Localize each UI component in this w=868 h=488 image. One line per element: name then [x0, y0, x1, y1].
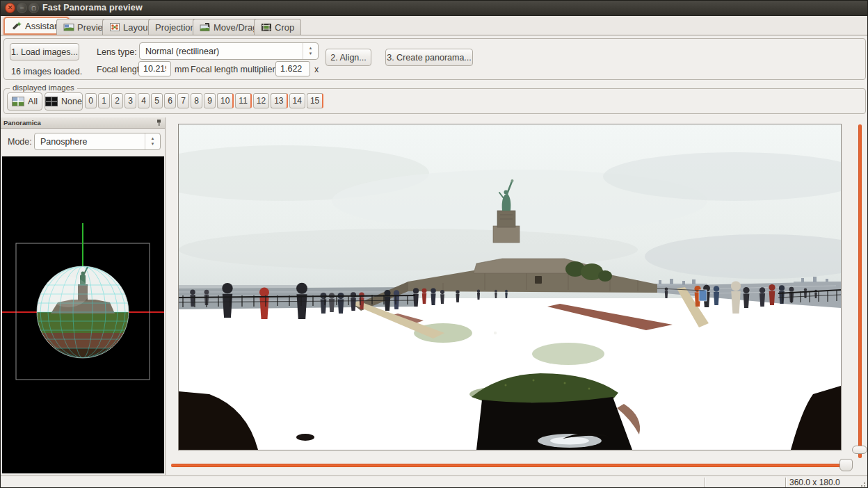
crop-icon: [261, 22, 272, 33]
image-toggle-button-6[interactable]: 6: [164, 93, 176, 108]
assistant-icon: [11, 20, 22, 31]
image-toggle-button-1[interactable]: 1: [98, 93, 110, 108]
image-toggle-button-5[interactable]: 5: [151, 93, 163, 108]
focal-length-unit: mm: [175, 65, 189, 74]
panosphere-preview[interactable]: [2, 156, 164, 473]
image-toggle-button-2[interactable]: 2: [111, 93, 123, 108]
status-separator: [705, 478, 705, 488]
focal-multiplier-unit: x: [314, 65, 319, 74]
panel-header: Panoramica: [1, 117, 165, 129]
black-grid-icon: [45, 97, 58, 106]
panorama-preview-image: [179, 124, 841, 450]
status-separator: [785, 478, 786, 488]
close-icon[interactable]: ✕: [5, 3, 15, 13]
images-loaded-label: 16 images loaded.: [11, 67, 82, 76]
tab-crop[interactable]: Crop: [254, 19, 301, 35]
lens-type-combo[interactable]: Normal (rectilinear) ▲▼: [139, 42, 319, 60]
mode-combo[interactable]: Panosphere ▲▼: [34, 133, 161, 150]
image-toggle-button-0[interactable]: 0: [85, 93, 97, 108]
image-toggle-button-8[interactable]: 8: [191, 93, 202, 108]
focal-length-input[interactable]: [138, 61, 171, 76]
image-toggle-button-10[interactable]: 10: [217, 93, 234, 108]
status-bar: 360.0 x 180.0: [1, 475, 867, 488]
resize-grip-icon[interactable]: [859, 480, 866, 487]
show-none-button[interactable]: None: [45, 92, 83, 111]
displayed-images-legend: displayed images: [10, 83, 77, 92]
image-toggle-button-4[interactable]: 4: [138, 93, 150, 108]
mode-row: Mode: Panosphere ▲▼: [1, 129, 165, 156]
panorama-size-status: 360.0 x 180.0: [789, 478, 840, 487]
lens-type-value: Normal (rectilinear): [140, 47, 303, 56]
landscape-icon: [12, 97, 24, 106]
focal-multiplier-input[interactable]: [275, 61, 310, 76]
pin-icon[interactable]: [156, 119, 162, 127]
displayed-images-group: displayed images All None 01234567891011…: [3, 88, 866, 114]
assistant-toolbar-group: 1. Load images... 16 images loaded. Lens…: [3, 38, 866, 80]
image-toggle-list: 0123456789101112131415: [85, 93, 323, 108]
vertical-slider-handle[interactable]: [852, 446, 867, 454]
tab-label: Move/Drag: [214, 22, 258, 33]
focal-multiplier-label: Focal length multiplier:: [191, 65, 278, 74]
titlebar: ✕ – ▢ Fast Panorama preview: [1, 1, 867, 16]
mode-label: Mode:: [8, 137, 32, 147]
lens-type-label: Lens type:: [97, 47, 137, 57]
image-toggle-button-14[interactable]: 14: [289, 93, 305, 108]
image-toggle-button-11[interactable]: 11: [235, 93, 251, 108]
mode-value: Panosphere: [35, 137, 145, 147]
image-toggle-button-13[interactable]: 13: [271, 93, 287, 108]
horizontal-view-slider[interactable]: [171, 464, 853, 467]
tab-label: Layout: [123, 22, 150, 33]
none-label: None: [61, 97, 82, 106]
image-toggle-button-7[interactable]: 7: [177, 93, 189, 108]
show-all-button[interactable]: All: [7, 92, 42, 111]
create-panorama-button[interactable]: 3. Create panorama...: [385, 49, 473, 66]
panorama-canvas[interactable]: [178, 124, 842, 450]
panosphere-image: [2, 156, 164, 473]
load-images-button[interactable]: 1. Load images...: [10, 43, 79, 60]
panoramica-panel: Panoramica Mode: Panosphere ▲▼: [1, 117, 166, 475]
tab-label: Projection: [155, 22, 195, 33]
maximize-icon[interactable]: ▢: [29, 3, 39, 13]
image-toggle-button-12[interactable]: 12: [253, 93, 269, 108]
minimize-icon[interactable]: –: [17, 3, 27, 13]
tab-label: Crop: [275, 22, 294, 33]
horizontal-slider-handle[interactable]: [839, 459, 853, 471]
spinner-arrows-icon[interactable]: ▲▼: [145, 133, 160, 149]
preview-icon: [63, 22, 74, 33]
vertical-view-slider[interactable]: [858, 124, 862, 458]
move-drag-icon: [200, 22, 211, 33]
panel-title: Panoramica: [3, 119, 41, 127]
window-title: Fast Panorama preview: [42, 3, 143, 13]
image-toggle-button-9[interactable]: 9: [204, 93, 216, 108]
all-label: All: [28, 97, 38, 106]
spinner-arrows-icon[interactable]: ▲▼: [303, 43, 318, 59]
layout-icon: [109, 22, 120, 33]
image-toggle-button-3[interactable]: 3: [124, 93, 136, 108]
image-toggle-button-15[interactable]: 15: [307, 93, 323, 108]
tab-bar: Assistant Preview Layout Projection: [1, 16, 867, 35]
fast-panorama-preview-window: ✕ – ▢ Fast Panorama preview Assistant Pr…: [0, 0, 868, 488]
align-button[interactable]: 2. Align...: [326, 49, 371, 66]
